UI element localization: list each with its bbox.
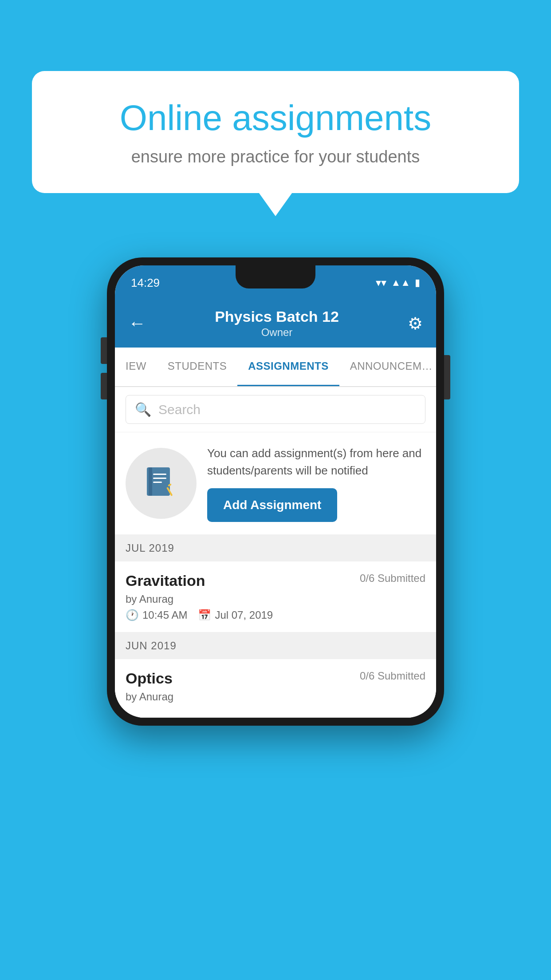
- settings-button[interactable]: ⚙: [408, 314, 423, 333]
- assignment-by-optics: by Anurag: [126, 691, 425, 703]
- assignment-date-text: Jul 07, 2019: [215, 609, 273, 621]
- assignment-top-row: Gravitation 0/6 Submitted: [126, 572, 425, 589]
- assignment-submitted-optics: 0/6 Submitted: [360, 670, 425, 682]
- calendar-icon: 📅: [198, 609, 211, 621]
- assignment-title-optics: Optics: [126, 670, 173, 687]
- status-bar: 14:29 ▾▾ ▲▲ ▮: [115, 265, 436, 300]
- signal-icon: ▲▲: [391, 277, 410, 288]
- header-center: Physics Batch 12 Owner: [215, 308, 339, 339]
- svg-rect-1: [149, 467, 152, 496]
- clock-icon: 🕐: [126, 609, 139, 621]
- svg-rect-2: [153, 474, 166, 475]
- search-area: 🔍 Search: [115, 387, 436, 432]
- battery-icon: ▮: [415, 277, 420, 288]
- svg-rect-4: [153, 482, 162, 483]
- assignment-meta-gravitation: 🕐 10:45 AM 📅 Jul 07, 2019: [126, 609, 425, 621]
- assignment-item-optics[interactable]: Optics 0/6 Submitted by Anurag: [115, 659, 436, 718]
- app-header: ← Physics Batch 12 Owner ⚙: [115, 300, 436, 348]
- assignment-submitted-gravitation: 0/6 Submitted: [360, 572, 425, 585]
- volume-up-button: [101, 337, 107, 364]
- tab-announcements[interactable]: ANNOUNCEM…: [339, 348, 436, 386]
- section-month-jun: JUN 2019: [126, 640, 177, 652]
- speech-bubble-subtitle: ensure more practice for your students: [63, 147, 488, 166]
- section-month-jul: JUL 2019: [126, 542, 174, 554]
- speech-bubble: Online assignments ensure more practice …: [32, 71, 519, 193]
- promo-text: You can add assignment(s) from here and …: [207, 445, 425, 479]
- search-placeholder: Search: [158, 402, 201, 417]
- promo-icon: [126, 448, 197, 519]
- assignment-title-gravitation: Gravitation: [126, 572, 205, 589]
- section-header-jul: JUL 2019: [115, 535, 436, 561]
- back-button[interactable]: ←: [128, 313, 146, 333]
- add-assignment-button[interactable]: Add Assignment: [207, 488, 337, 522]
- tab-students[interactable]: STUDENTS: [157, 348, 237, 386]
- tab-iew[interactable]: IEW: [115, 348, 157, 386]
- phone-mockup: 14:29 ▾▾ ▲▲ ▮ ← Physics Batch 12 Owner ⚙…: [107, 257, 444, 726]
- promo-content: You can add assignment(s) from here and …: [207, 445, 425, 522]
- svg-rect-3: [153, 478, 166, 479]
- status-icons: ▾▾ ▲▲ ▮: [376, 277, 420, 289]
- phone-outer: 14:29 ▾▾ ▲▲ ▮ ← Physics Batch 12 Owner ⚙…: [107, 257, 444, 726]
- assignment-date-gravitation: 📅 Jul 07, 2019: [198, 609, 273, 621]
- assignment-top-row-optics: Optics 0/6 Submitted: [126, 670, 425, 687]
- section-header-jun: JUN 2019: [115, 632, 436, 659]
- wifi-icon: ▾▾: [376, 277, 386, 289]
- phone-screen: 14:29 ▾▾ ▲▲ ▮ ← Physics Batch 12 Owner ⚙…: [115, 265, 436, 718]
- assignment-item-gravitation[interactable]: Gravitation 0/6 Submitted by Anurag 🕐 10…: [115, 561, 436, 632]
- search-input-wrap[interactable]: 🔍 Search: [126, 395, 425, 424]
- header-title: Physics Batch 12: [215, 308, 339, 325]
- speech-bubble-title: Online assignments: [63, 98, 488, 138]
- promo-section: You can add assignment(s) from here and …: [115, 432, 436, 535]
- tab-assignments[interactable]: ASSIGNMENTS: [237, 348, 339, 386]
- assignment-time-gravitation: 🕐 10:45 AM: [126, 609, 187, 621]
- status-time: 14:29: [131, 276, 160, 290]
- assignment-by-gravitation: by Anurag: [126, 593, 425, 605]
- power-button: [444, 355, 450, 399]
- search-icon: 🔍: [135, 402, 151, 417]
- tabs-bar: IEW STUDENTS ASSIGNMENTS ANNOUNCEM…: [115, 348, 436, 387]
- header-subtitle: Owner: [215, 326, 339, 339]
- volume-down-button: [101, 373, 107, 399]
- speech-bubble-container: Online assignments ensure more practice …: [32, 71, 519, 193]
- assignment-time-text: 10:45 AM: [142, 609, 187, 621]
